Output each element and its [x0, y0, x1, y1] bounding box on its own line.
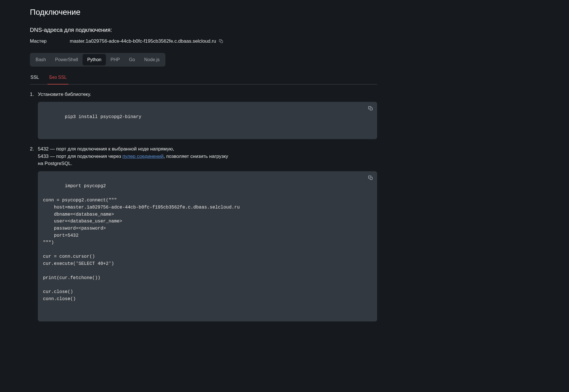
pooler-link[interactable]: пулер соединений	[122, 154, 164, 159]
code-content: pip3 install psycopg2-binary	[65, 114, 141, 119]
step-1: Установите библиотеку. pip3 install psyc…	[30, 91, 377, 139]
copy-icon[interactable]	[219, 39, 223, 44]
tab-python[interactable]: Python	[83, 54, 106, 65]
tab-powershell[interactable]: PowerShell	[50, 54, 83, 65]
dns-row: Мастер master.1a029756-adce-44cb-b0fc-f1…	[30, 38, 377, 45]
copy-icon[interactable]	[368, 175, 373, 180]
code-content: import psycopg2 conn = psycopg2.connect(…	[43, 183, 240, 302]
step-2-line2-suffix: , позволяет снизить нагрузку	[164, 154, 228, 159]
code-block-install: pip3 install psycopg2-binary	[38, 102, 377, 139]
tab-bash[interactable]: Bash	[31, 54, 50, 65]
svg-rect-2	[370, 177, 372, 179]
step-2-text: 5432 — порт для подключения к выбранной …	[38, 145, 377, 167]
tab-php[interactable]: PHP	[106, 54, 124, 65]
svg-rect-1	[370, 108, 372, 110]
language-tabs: Bash PowerShell Python PHP Go Node.js	[30, 53, 165, 67]
tab-go[interactable]: Go	[124, 54, 139, 65]
steps-list: Установите библиотеку. pip3 install psyc…	[30, 91, 377, 321]
step-2-line1: 5432 — порт для подключения к выбранной …	[38, 146, 174, 152]
svg-rect-0	[221, 41, 223, 43]
dns-label: Мастер	[30, 38, 70, 45]
step-2-line3: на PostgreSQL.	[38, 161, 72, 166]
dns-value: master.1a029756-adce-44cb-b0fc-f195cb356…	[70, 38, 216, 45]
tab-no-ssl[interactable]: Без SSL	[49, 71, 67, 84]
step-2-line2-prefix: 5433 — порт для подключения через	[38, 154, 122, 159]
copy-icon[interactable]	[368, 106, 373, 111]
dns-heading: DNS-адреса для подключения:	[30, 26, 377, 34]
step-2: 5432 — порт для подключения к выбранной …	[30, 145, 377, 321]
code-block-connect: import psycopg2 conn = psycopg2.connect(…	[38, 171, 377, 321]
tab-ssl[interactable]: SSL	[30, 71, 40, 84]
page-title: Подключение	[30, 6, 377, 18]
tab-nodejs[interactable]: Node.js	[139, 54, 164, 65]
ssl-tabs: SSL Без SSL	[30, 71, 377, 84]
step-1-text: Установите библиотеку.	[38, 91, 377, 98]
